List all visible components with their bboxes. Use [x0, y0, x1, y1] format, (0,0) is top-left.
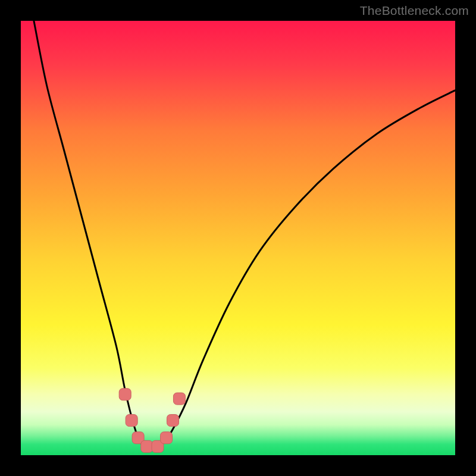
- curve-marker: [141, 440, 153, 452]
- curve-marker: [167, 415, 179, 427]
- chart-frame: TheBottleneck.com: [0, 0, 476, 476]
- marker-group: [119, 389, 185, 453]
- curve-marker: [126, 415, 137, 427]
- curve-marker: [119, 389, 131, 400]
- watermark-text: TheBottleneck.com: [360, 4, 469, 18]
- curve-layer: [21, 21, 455, 455]
- curve-marker: [161, 432, 173, 444]
- plot-area: [21, 21, 455, 455]
- curve-marker: [173, 393, 185, 405]
- bottleneck-curve: [34, 21, 455, 447]
